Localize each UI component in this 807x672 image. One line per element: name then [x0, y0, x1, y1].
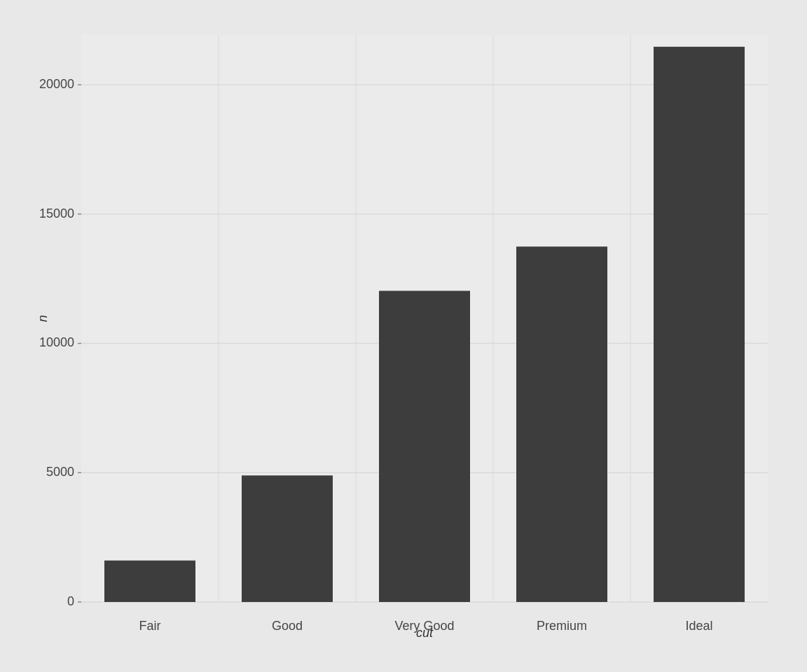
plot-area: n cut 0 5000: [81, 35, 768, 602]
y-axis-label: n: [36, 315, 50, 322]
x-label-ideal: Ideal: [685, 619, 712, 633]
bar-ideal: [654, 47, 745, 602]
bar-good: [242, 475, 333, 602]
svg-text:15000: 15000: [39, 206, 74, 220]
svg-text:0: 0: [67, 594, 74, 608]
bar-very-good: [379, 290, 470, 602]
svg-text:5000: 5000: [46, 465, 74, 479]
chart-container: n cut 0 5000: [18, 14, 789, 658]
chart-svg: 0 5000 10000 15000 20000: [81, 35, 768, 602]
x-label-good: Good: [272, 619, 303, 633]
x-label-premium: Premium: [537, 619, 587, 633]
bar-fair: [104, 561, 195, 602]
svg-text:10000: 10000: [39, 336, 74, 350]
x-label-very-good: Very Good: [395, 619, 455, 633]
svg-text:20000: 20000: [39, 77, 74, 91]
bar-premium: [516, 246, 607, 602]
x-label-fair: Fair: [139, 619, 161, 633]
